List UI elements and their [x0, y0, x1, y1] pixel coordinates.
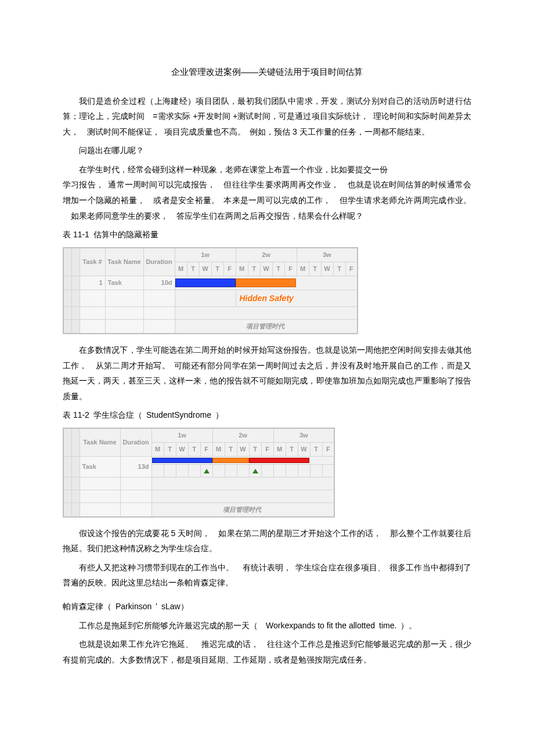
question-heading: 问题出在哪儿呢？ — [63, 143, 471, 158]
watermark-text: 项目管理时代 — [175, 320, 358, 334]
paragraph-2a: 在学生时代，经常会碰到这样一种现象，老师在课堂上布置一个作业，比如要提交一份 — [63, 162, 471, 178]
paragraph-2b: 学习报告， 通常一周时间可以完成报告， 但往往学生要求两周再交作业， 也就是说在… — [63, 177, 471, 223]
table-caption-11-1: 表 11-1 估算中的隐藏裕量 — [63, 227, 471, 243]
paragraph-7: 也就是说如果工作允许它拖延、 推迟完成的话， 往往这个工作总是推迟到它能够最迟完… — [63, 636, 471, 667]
paragraph-intro: 我们是造价全过程（上海建经）项目团队，最初我们团队中需求，开发，测试分别对自己的… — [63, 93, 471, 140]
col-duration: Duration — [143, 248, 175, 276]
gantt1-empty-row — [63, 307, 358, 320]
bar-hidden-safety-orange — [236, 278, 296, 287]
gantt1-task-row: 1 Task 10d — [63, 276, 358, 290]
gantt2-task-row-bar: Task 13d — [63, 456, 334, 464]
document-page: 企业管理改进案例——关键链法用于项目时间估算 我们是造价全过程（上海建经）项目团… — [0, 0, 534, 706]
cell-task-name: Task — [80, 456, 120, 477]
gantt-table-11-2: Task Name Duration 1w 2w 3w MTWTF MTWTF … — [63, 428, 335, 518]
week-3: 3w — [297, 248, 358, 262]
gantt2-empty-row-2 — [63, 490, 334, 502]
gantt2-empty-row-1 — [63, 477, 334, 490]
week-3: 3w — [273, 428, 334, 442]
week-2: 2w — [212, 428, 273, 442]
bar-planned-blue — [152, 458, 212, 463]
paragraph-3: 在多数情况下，学生可能选在第二周开始的时候开始写这份报告。也就是说第一周他把空闲… — [63, 342, 471, 404]
bar-delay-orange — [212, 458, 249, 463]
week-1: 1w — [175, 248, 236, 262]
gantt2-watermark-row: 项目管理时代 — [63, 502, 334, 516]
paragraph-4: 假设这个报告的完成要花 5 天时间， 如果在第二周的星期三才开始这个工作的话， … — [63, 526, 471, 556]
col-task-name: Task Name — [80, 428, 120, 456]
gantt1-annotation-row: Hidden Safety — [63, 290, 358, 307]
col-task-num: Task # — [80, 248, 105, 276]
document-title: 企业管理改进案例——关键链法用于项目时间估算 — [63, 64, 471, 81]
week-2: 2w — [236, 248, 297, 262]
cell-duration: 10d — [143, 276, 175, 290]
gantt1-watermark-row: 项目管理时代 — [63, 320, 358, 334]
gantt1-bar-area — [175, 276, 358, 290]
week-1: 1w — [151, 428, 212, 442]
parkinson-law-heading: 帕肯森定律（ Parkinson ' sLaw） — [63, 599, 471, 614]
milestone-icon — [252, 469, 258, 473]
table-caption-11-2: 表 11-2 学生综合症（ StudentSyndrome ） — [63, 407, 471, 423]
gantt1-header-weeks: Task # Task Name Duration 1w 2w 3w — [63, 248, 358, 262]
paragraph-6: 工作总是拖延到它所能够允许最迟完成的那一天（ Workexpands to fi… — [63, 618, 471, 634]
gantt2-bar-area — [151, 456, 334, 464]
bar-work-blue — [175, 278, 236, 287]
paragraph-5: 有些人又把这种习惯带到现在的工作当中。 有统计表明， 学生综合症在很多项目、 很… — [63, 560, 471, 591]
col-duration: Duration — [120, 428, 151, 456]
cell-task-num: 1 — [80, 276, 105, 290]
bar-overrun-red — [249, 458, 309, 463]
cell-duration: 13d — [120, 456, 151, 477]
hidden-safety-label: Hidden Safety — [240, 294, 294, 303]
gantt-table-11-1: Task # Task Name Duration 1w 2w 3w MTWTF… — [63, 247, 358, 334]
watermark-text: 项目管理时代 — [151, 502, 334, 516]
cell-task-name: Task — [105, 276, 143, 290]
col-task-name: Task Name — [105, 248, 143, 276]
milestone-icon — [204, 469, 210, 473]
gantt2-header-weeks: Task Name Duration 1w 2w 3w — [63, 428, 334, 442]
